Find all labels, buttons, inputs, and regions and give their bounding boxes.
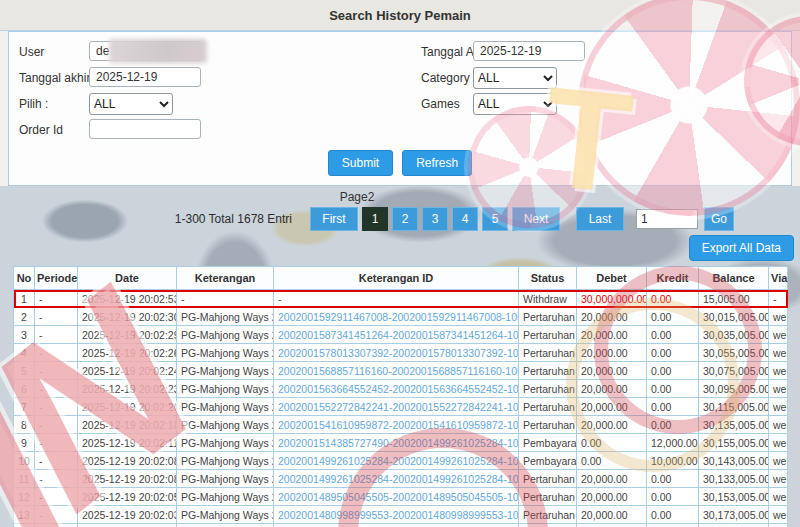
cell-kredit: 0.00 [647,308,699,326]
next-page-button[interactable]: Next [512,207,560,231]
cell-date: 2025-12-19 20:02:05 [78,488,177,506]
keterangan-id-link[interactable]: 2002001541610959872-2002001541610959872-… [278,419,519,431]
table-row: 14-2025-12-19 20:01:58PG-Mahjong Ways 22… [14,524,788,527]
cell-no: 10 [14,452,35,470]
cell-kredit: 0.00 [647,326,699,344]
cell-keterangan: PG-Mahjong Ways 2 [177,380,274,398]
goto-page-input[interactable] [636,209,698,229]
cell-status: Pertaruhan [519,488,577,506]
table-header-row: NoPeriodeDateKeteranganKeterangan IDStat… [14,267,788,290]
page-button-1[interactable]: 1 [362,207,388,231]
cell-keterangan-id: 2002001459448689667-2002001459448689667-… [274,524,519,527]
cell-no: 9 [14,434,35,452]
keterangan-id-link[interactable]: 2002001499261025284-2002001499261025284-… [278,455,519,467]
cell-kredit: 0.00 [647,290,699,308]
cell-date: 2025-12-19 20:02:23 [78,380,177,398]
cell-periode: - [35,488,78,506]
cell-kredit: 5,000.00 [647,524,699,527]
cell-via: web [769,452,788,470]
table-row: 9-2025-12-19 20:02:11PG-Mahjong Ways 220… [14,434,788,452]
cell-balance: 15,005.00 [699,290,769,308]
cell-status: Pertaruhan [519,506,577,524]
keterangan-id-link[interactable]: 2002001587341451264-2002001587341451264-… [278,329,519,341]
category-select[interactable]: ALL [473,67,557,89]
cell-kredit: 0.00 [647,344,699,362]
column-header: Periode [35,267,78,290]
cell-via: web [769,524,788,527]
page-button-2[interactable]: 2 [392,207,418,231]
cell-kredit: 0.00 [647,380,699,398]
cell-debet: 20,000.00 [577,416,647,434]
column-header: Keterangan [177,267,274,290]
page-button-3[interactable]: 3 [422,207,448,231]
pilih-select[interactable]: ALL [89,93,173,115]
refresh-button[interactable]: Refresh [402,150,472,176]
cell-kredit: 0.00 [647,488,699,506]
order-id-input[interactable] [89,119,201,139]
keterangan-id-link[interactable]: 2002001480998999553-2002001480998999553-… [278,509,519,521]
tanggal-awal-input[interactable] [473,41,585,61]
cell-no: 8 [14,416,35,434]
cell-keterangan-id: 2002001480998999553-2002001480998999553-… [274,506,519,524]
cell-debet: 20,000.00 [577,380,647,398]
column-header: Via [769,267,788,290]
cell-debet: 20,000.00 [577,488,647,506]
keterangan-id-link[interactable]: 2002001552272842241-2002001552272842241-… [278,401,519,413]
keterangan-id-link[interactable]: 2002001563664552452-2002001563664552452-… [278,383,519,395]
cell-balance: 30,193,005.00 [699,524,769,527]
cell-kredit: 0.00 [647,470,699,488]
cell-status: Withdraw [519,290,577,308]
cell-via: web [769,470,788,488]
go-button[interactable]: Go [704,207,734,231]
cell-balance: 30,155,005.00 [699,434,769,452]
keterangan-id-link[interactable]: 2002001489505045505-2002001489505045505-… [278,491,519,503]
cell-via: web [769,506,788,524]
games-select[interactable]: ALL [473,93,557,115]
column-header: No [14,267,35,290]
cell-date: 2025-12-19 20:02:24 [78,362,177,380]
cell-kredit: 0.00 [647,506,699,524]
entries-range-label: 1-300 Total 1678 Entri [0,212,310,226]
keterangan-id-link[interactable]: 2002001514385727490-2002001499261025284-… [278,437,519,449]
cell-keterangan: - [177,290,274,308]
page-button-4[interactable]: 4 [452,207,478,231]
cell-periode: - [35,398,78,416]
cell-balance: 30,133,005.00 [699,470,769,488]
cell-kredit: 0.00 [647,416,699,434]
table-row: 12-2025-12-19 20:02:05PG-Mahjong Ways 22… [14,488,788,506]
category-label: Category [421,71,470,85]
cell-keterangan-id: 2002001563664552452-2002001563664552452-… [274,380,519,398]
cell-periode: - [35,290,78,308]
cell-keterangan-id: 2002001541610959872-2002001541610959872-… [274,416,519,434]
cell-kredit: 0.00 [647,362,699,380]
last-page-button[interactable]: Last [576,207,624,231]
history-table: NoPeriodeDateKeteranganKeterangan IDStat… [13,266,788,527]
table-row: 5-2025-12-19 20:02:24PG-Mahjong Ways 220… [14,362,788,380]
export-all-data-button[interactable]: Export All Data [689,235,794,261]
cell-status: Pembayaran [519,452,577,470]
user-label: User [19,45,44,59]
pagination-pages: 12345 [362,207,512,231]
cell-no: 11 [14,470,35,488]
page-button-5[interactable]: 5 [482,207,508,231]
cell-via: web [769,416,788,434]
cell-keterangan: PG-Mahjong Ways 2 [177,434,274,452]
cell-keterangan-id: 2002001514385727490-2002001499261025284-… [274,434,519,452]
first-page-button[interactable]: First [310,207,358,231]
cell-keterangan: PG-Mahjong Ways 2 [177,524,274,527]
cell-via: web [769,308,788,326]
column-header: Keterangan ID [274,267,519,290]
cell-periode: - [35,524,78,527]
keterangan-id-link[interactable]: 2002001578013307392-2002001578013307392-… [278,347,519,359]
keterangan-id-link[interactable]: 2002001568857116160-2002001568857116160-… [278,365,519,377]
cell-no: 2 [14,308,35,326]
keterangan-id-link[interactable]: 2002001499261025284-2002001499261025284-… [278,473,519,485]
tanggal-akhir-input[interactable] [89,67,201,87]
games-label: Games [421,97,460,111]
cell-periode: - [35,362,78,380]
cell-kredit: 12,000.00 [647,434,699,452]
keterangan-id-link[interactable]: 2002001592911467008-2002001592911467008-… [278,311,519,323]
submit-button[interactable]: Submit [328,150,393,176]
cell-keterangan-id: 2002001499261025284-2002001499261025284-… [274,470,519,488]
cell-status: Pertaruhan [519,416,577,434]
